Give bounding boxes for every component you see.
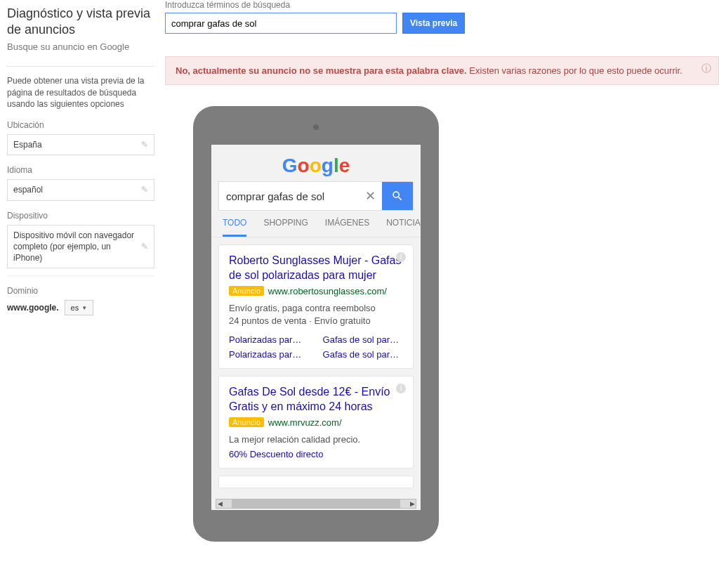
google-logo: Google	[211, 145, 421, 181]
device-label: Dispositivo	[7, 211, 154, 221]
tab-noticias[interactable]: NOTICIAS	[386, 218, 421, 237]
phone-screen: Google comprar gafas de sol ✕	[211, 145, 421, 510]
ad-promo[interactable]: 60% Descuento directo	[229, 449, 403, 459]
ad-sitelink[interactable]: Gafas de sol para …	[323, 349, 403, 360]
ad-result[interactable]: i Gafas De Sol desde 12€ - Envío Gratis …	[218, 376, 414, 469]
search-input[interactable]	[165, 13, 397, 34]
ad-desc: La mejor relación calidad precio.	[229, 433, 403, 446]
scrollbar-thumb[interactable]	[232, 499, 400, 508]
tab-imagenes[interactable]: IMÁGENES	[325, 218, 369, 237]
domain-value: www.google.	[7, 303, 59, 313]
device-selector[interactable]: Dispositivo móvil con navegador completo…	[7, 225, 154, 269]
phone-frame: Google comprar gafas de sol ✕	[193, 106, 439, 542]
horizontal-scrollbar[interactable]: ◀ ▶	[216, 499, 416, 509]
ad-badge: Anuncio	[229, 417, 264, 427]
search-label: Introduzca términos de búsqueda	[165, 0, 719, 10]
domain-tld-dropdown[interactable]: es ▼	[65, 300, 94, 315]
ad-sitelink[interactable]: Gafas de sol para …	[323, 334, 403, 345]
ad-url: www.mrvuzz.com/	[268, 417, 342, 428]
sidebar-instruction: Puede obtener una vista previa de la pág…	[7, 75, 154, 110]
language-value: español	[13, 184, 141, 195]
mobile-search-button[interactable]	[382, 182, 413, 210]
ad-title: Gafas De Sol desde 12€ - Envío Gratis y …	[229, 385, 403, 414]
mobile-tabs: TODO SHOPPING IMÁGENES NOTICIAS	[211, 211, 421, 237]
info-icon[interactable]: ⓘ	[701, 63, 711, 75]
ad-result[interactable]: i Roberto Sunglasses Mujer - Gafas de so…	[218, 244, 414, 369]
page-subtitle: Busque su anuncio en Google	[7, 41, 154, 52]
ad-badge: Anuncio	[229, 286, 264, 296]
domain-label: Dominio	[7, 286, 154, 296]
ad-url: www.robertosunglasses.com/	[268, 286, 387, 296]
ad-info-icon[interactable]: i	[396, 384, 406, 393]
ad-desc: 24 puntos de venta · Envío gratuito	[229, 315, 403, 327]
search-icon	[391, 190, 404, 202]
preview-button[interactable]: Vista previa	[402, 13, 465, 34]
scroll-right-icon[interactable]: ▶	[409, 500, 416, 507]
ad-sitelink[interactable]: Polarizadas para …	[229, 334, 306, 345]
language-selector[interactable]: español ✎	[7, 179, 154, 200]
mobile-search-bar[interactable]: comprar gafas de sol ✕	[218, 181, 414, 211]
phone-camera	[313, 124, 319, 130]
language-label: Idioma	[7, 165, 154, 175]
ad-result[interactable]	[218, 476, 414, 488]
location-label: Ubicación	[7, 120, 154, 130]
device-value: Dispositivo móvil con navegador completo…	[13, 230, 141, 264]
location-value: España	[13, 139, 141, 150]
page-title: Diagnóstico y vista previa de anuncios	[7, 6, 154, 39]
tab-shopping[interactable]: SHOPPING	[263, 218, 308, 237]
alert-banner: No, actualmente su anuncio no se muestra…	[165, 56, 719, 85]
alert-text: Existen varias razones por lo que esto p…	[467, 65, 682, 76]
ad-info-icon[interactable]: i	[396, 252, 406, 262]
mobile-search-text: comprar gafas de sol	[219, 182, 358, 210]
alert-text-bold: No, actualmente su anuncio no se muestra…	[176, 65, 467, 76]
ad-sitelink[interactable]: Polarizadas para …	[229, 349, 306, 360]
chevron-down-icon: ▼	[81, 305, 87, 311]
ad-desc: Envío gratis, paga contra reembolso	[229, 302, 403, 315]
domain-tld-value: es	[71, 303, 79, 312]
location-selector[interactable]: España ✎	[7, 134, 154, 155]
scroll-left-icon[interactable]: ◀	[216, 500, 223, 507]
clear-icon[interactable]: ✕	[358, 182, 382, 210]
pencil-icon: ✎	[141, 184, 148, 195]
pencil-icon: ✎	[141, 241, 148, 252]
pencil-icon: ✎	[141, 139, 148, 150]
ad-title: Roberto Sunglasses Mujer - Gafas de sol …	[229, 254, 403, 283]
tab-todo[interactable]: TODO	[223, 218, 246, 237]
